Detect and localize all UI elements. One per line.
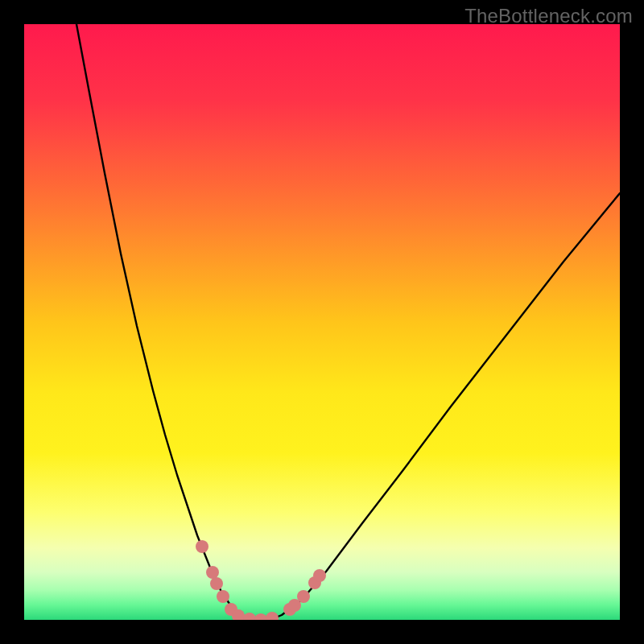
curve-marker xyxy=(254,613,267,620)
curve-marker xyxy=(196,540,208,553)
curve-marker xyxy=(210,577,223,590)
curve-marker xyxy=(313,569,326,582)
marker-group xyxy=(196,540,326,620)
plot-area xyxy=(24,24,620,620)
curve-marker xyxy=(206,566,219,579)
curve-marker xyxy=(297,590,310,603)
curve-marker xyxy=(266,612,279,620)
curve-marker xyxy=(243,613,256,620)
chart-svg xyxy=(24,24,620,620)
watermark-text: TheBottleneck.com xyxy=(464,5,633,27)
curve-marker xyxy=(217,590,229,603)
bottleneck-curve xyxy=(76,24,620,620)
outer-frame: TheBottleneck.com xyxy=(0,0,644,644)
